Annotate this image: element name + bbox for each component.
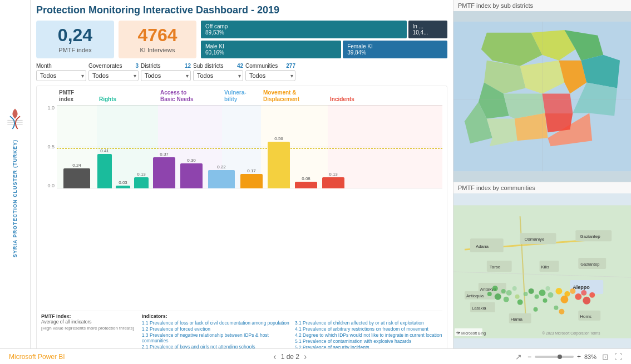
sub-districts-select[interactable]: Todos	[193, 70, 243, 81]
svg-point-71	[554, 306, 558, 310]
right-panel: PMTF index by sub districts	[453, 0, 631, 364]
zoom-in-icon[interactable]: +	[577, 353, 581, 361]
svg-point-51	[512, 286, 517, 291]
map1-container: PMTF index by sub districts	[453, 0, 631, 182]
communities-select-wrapper[interactable]: Todos	[245, 70, 295, 81]
communities-filter-label: Communities 277	[245, 63, 295, 69]
svg-point-69	[583, 297, 590, 305]
map1-area[interactable]	[453, 11, 631, 182]
svg-point-59	[539, 290, 546, 296]
indicator-4-2[interactable]: 4.2 Degree to which IDPs would not like …	[295, 332, 442, 338]
indicator-1-1[interactable]: 1.1 Prevalence of loss or lack of civil …	[142, 320, 289, 326]
zoom-controls: − + 83%	[528, 353, 597, 361]
svg-point-60	[545, 286, 550, 291]
map2-container: PMTF index by communities Adana Osmaniye…	[453, 182, 631, 364]
cat-movement: Movement &Displacement	[263, 89, 330, 103]
svg-marker-12	[543, 94, 573, 113]
y-label-max: 1.0	[41, 105, 57, 111]
bar-rights-3: 0.13	[133, 172, 150, 188]
map1-title: PMTF index by sub districts	[453, 0, 631, 11]
filters-row: Month Todos Governorates 3 Todos	[36, 63, 447, 81]
indicator-1-2[interactable]: 1.2 Prevalence of forced eviction	[142, 326, 289, 332]
female-ki-segment: Female KI 39,84%	[343, 41, 447, 58]
in-camp-segment: In ... 10,4...	[408, 21, 447, 38]
governorates-filter-label: Governorates 3	[88, 63, 139, 69]
bar-access-1: 0.37	[151, 152, 177, 188]
bar-movement-1: 0.17	[239, 168, 264, 188]
ki-label: KI Interviews	[140, 47, 175, 53]
pmtf-kpi: 0,24 PMTF index	[36, 21, 114, 58]
cat-access: Access toBasic Needs	[160, 89, 224, 103]
svg-point-72	[559, 309, 564, 315]
fullscreen-icon[interactable]: ⛶	[614, 352, 622, 361]
bar-rights-2: 0.03	[115, 180, 131, 188]
svg-text:Gaziantep: Gaziantep	[580, 234, 600, 239]
y-axis: 1.0 0.5 0.0	[41, 105, 57, 188]
governorates-select-wrapper[interactable]: Todos	[88, 70, 139, 81]
map2-area[interactable]: Adana Osmaniye Gaziantep Tarso Kilis Gaz…	[453, 193, 631, 350]
sub-districts-filter: Sub districts 42 Todos	[193, 63, 243, 81]
indicators-legend-title: Indicators:	[142, 313, 442, 319]
chart-body: 1.0 0.5 0.0	[41, 105, 442, 307]
svg-point-67	[575, 293, 581, 300]
chart-bars-area: 0.24 0.41 0.03 0.13	[57, 105, 442, 188]
bar-pmtf: 0.24	[59, 163, 95, 188]
pmtf-legend-desc2: [High value represents more protection t…	[41, 326, 134, 331]
share-icon[interactable]: ↗	[515, 352, 522, 361]
governorates-filter: Governorates 3 Todos	[88, 63, 139, 81]
zoom-slider[interactable]	[535, 356, 574, 358]
nav-page-indicator: 1 de 2	[281, 353, 299, 361]
svg-text:Tarso: Tarso	[490, 265, 501, 270]
svg-point-68	[581, 290, 586, 296]
indicator-4-1[interactable]: 4.1 Prevalence of arbitrary restrictions…	[295, 326, 442, 332]
indicator-5-1[interactable]: 5.1 Prevalence of contamination with exp…	[295, 338, 442, 344]
month-filter: Month Todos	[36, 63, 86, 81]
svg-point-57	[529, 288, 534, 294]
svg-text:Aleppo: Aleppo	[573, 285, 590, 290]
indicator-1-3[interactable]: 1.3 Prevalence of negative relationship …	[142, 332, 289, 343]
main-content: Protection Monitoring Interactive Dashbo…	[31, 0, 453, 364]
svg-point-58	[535, 295, 539, 299]
month-select[interactable]: Todos	[36, 70, 86, 81]
fit-screen-icon[interactable]: ⊡	[602, 352, 609, 361]
districts-filter-label: Districts 12	[141, 63, 191, 69]
map1-svg	[453, 11, 631, 182]
indicator-3-1[interactable]: 3.1 Prevalence of children affected by o…	[295, 320, 442, 326]
bar-incidents-2: 0.13	[321, 172, 346, 188]
svg-point-65	[560, 296, 568, 303]
nav-prev-button[interactable]: ‹	[273, 352, 276, 362]
cat-incidents: Incidents	[330, 96, 442, 103]
svg-point-73	[534, 307, 538, 312]
svg-marker-19	[545, 113, 573, 132]
zoom-out-icon[interactable]: −	[528, 353, 531, 361]
bar-rights-1: 0.41	[96, 148, 113, 188]
bar-vuln: 0.22	[206, 164, 237, 188]
pmtf-legend-desc1: Average of all indicators	[41, 319, 134, 325]
sub-districts-select-wrapper[interactable]: Todos	[193, 70, 243, 81]
bar-movement-2: 0.56	[266, 136, 292, 188]
chart-category-headers: PMTFindex Rights Access toBasic Needs Vu…	[41, 89, 442, 103]
chart-section: PMTFindex Rights Access toBasic Needs Vu…	[36, 86, 447, 360]
sub-districts-filter-label: Sub districts 42	[193, 63, 243, 69]
districts-select[interactable]: Todos	[141, 70, 191, 81]
nav-next-button[interactable]: ›	[304, 352, 307, 362]
pmtf-legend-title: PMTF Index:	[41, 313, 134, 319]
svg-point-48	[501, 289, 506, 293]
svg-text:Latakia: Latakia	[472, 306, 486, 311]
ki-kpi: 4764 KI Interviews	[119, 21, 196, 58]
bars-group: 0.24 0.41 0.03 0.13	[57, 105, 442, 188]
ki-value: 4764	[137, 26, 177, 45]
districts-select-wrapper[interactable]: Todos	[141, 70, 191, 81]
communities-select[interactable]: Todos	[245, 70, 295, 81]
power-bi-link[interactable]: Microsoft Power BI	[9, 353, 65, 361]
governorates-select[interactable]: Todos	[88, 70, 139, 81]
svg-text:© 2023 Microsoft Corporation  : © 2023 Microsoft Corporation Terms	[543, 331, 600, 336]
month-select-wrapper[interactable]: Todos	[36, 70, 86, 81]
svg-text:Adana: Adana	[476, 244, 489, 249]
bar-access-2: 0.30	[179, 158, 204, 188]
zoom-level-label: 83%	[584, 353, 597, 360]
sidebar: SYRIA PROTECTION CLUSTER (TURKEY)	[0, 0, 31, 364]
zoom-slider-thumb[interactable]	[558, 355, 562, 359]
organization-logo	[4, 106, 26, 134]
svg-text:Homs: Homs	[580, 314, 591, 319]
